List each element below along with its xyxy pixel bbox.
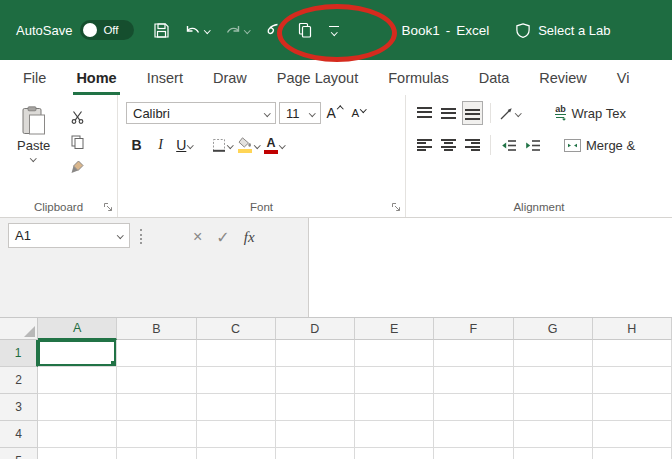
top-align-button[interactable] bbox=[414, 101, 435, 125]
column-header-c[interactable]: C bbox=[197, 318, 276, 340]
middle-align-button[interactable] bbox=[438, 101, 459, 125]
copy-button[interactable] bbox=[67, 133, 87, 150]
cell[interactable] bbox=[276, 448, 355, 459]
tab-review[interactable]: Review bbox=[524, 60, 602, 95]
column-header-g[interactable]: G bbox=[514, 318, 593, 340]
cell[interactable] bbox=[434, 340, 513, 367]
row-header-4[interactable]: 4 bbox=[0, 421, 38, 448]
cell[interactable] bbox=[38, 394, 117, 421]
cell-a1[interactable] bbox=[38, 340, 117, 367]
cell[interactable] bbox=[514, 448, 593, 459]
align-center-button[interactable] bbox=[438, 133, 459, 157]
wrap-text-button[interactable]: ab Wrap Tex bbox=[551, 101, 630, 125]
save-button[interactable] bbox=[146, 13, 177, 47]
tab-data[interactable]: Data bbox=[464, 60, 525, 95]
cut-button[interactable] bbox=[67, 108, 87, 125]
decrease-font-size-button[interactable]: A bbox=[348, 101, 369, 125]
column-header-f[interactable]: F bbox=[434, 318, 513, 340]
cancel-button[interactable]: × bbox=[192, 225, 203, 249]
cell[interactable] bbox=[197, 448, 276, 459]
tab-insert[interactable]: Insert bbox=[132, 60, 198, 95]
cell[interactable] bbox=[355, 421, 434, 448]
cell[interactable] bbox=[117, 394, 196, 421]
row-header-3[interactable]: 3 bbox=[0, 394, 38, 421]
autosave-toggle[interactable]: Off bbox=[80, 20, 134, 40]
increase-indent-button[interactable] bbox=[522, 133, 543, 157]
row-header-1[interactable]: 1 bbox=[0, 340, 38, 367]
insert-function-button[interactable]: fx bbox=[243, 225, 256, 249]
undo-dropdown-icon[interactable] bbox=[204, 27, 210, 33]
column-header-e[interactable]: E bbox=[355, 318, 434, 340]
tab-draw[interactable]: Draw bbox=[198, 60, 262, 95]
tab-file[interactable]: File bbox=[8, 60, 61, 95]
formula-input[interactable] bbox=[308, 218, 672, 317]
column-header-b[interactable]: B bbox=[117, 318, 196, 340]
italic-button[interactable]: I bbox=[150, 133, 171, 157]
column-header-d[interactable]: D bbox=[276, 318, 355, 340]
column-header-a[interactable]: A bbox=[38, 318, 117, 340]
row-header-5[interactable]: 5 bbox=[0, 448, 38, 459]
cell[interactable] bbox=[38, 448, 117, 459]
column-header-h[interactable]: H bbox=[593, 318, 672, 340]
cell[interactable] bbox=[276, 394, 355, 421]
cell[interactable] bbox=[197, 394, 276, 421]
cell[interactable] bbox=[434, 394, 513, 421]
select-all-button[interactable] bbox=[0, 318, 38, 340]
copy-button-qat[interactable] bbox=[289, 13, 320, 47]
cell[interactable] bbox=[514, 367, 593, 394]
cell[interactable] bbox=[197, 367, 276, 394]
tab-formulas[interactable]: Formulas bbox=[373, 60, 463, 95]
cell[interactable] bbox=[117, 448, 196, 459]
bold-button[interactable]: B bbox=[126, 133, 147, 157]
cell[interactable] bbox=[355, 340, 434, 367]
cell[interactable] bbox=[117, 340, 196, 367]
undo-button[interactable] bbox=[178, 13, 217, 47]
cell[interactable] bbox=[514, 340, 593, 367]
underline-button[interactable]: U bbox=[174, 133, 195, 157]
cell[interactable] bbox=[38, 367, 117, 394]
cell[interactable] bbox=[593, 421, 672, 448]
cell[interactable] bbox=[197, 421, 276, 448]
paste-button[interactable]: Paste bbox=[8, 103, 59, 175]
cell[interactable] bbox=[117, 367, 196, 394]
font-color-button[interactable]: A bbox=[263, 133, 286, 157]
customize-qat-button[interactable] bbox=[321, 25, 347, 36]
redo-button[interactable] bbox=[218, 13, 257, 47]
cell[interactable] bbox=[355, 367, 434, 394]
cell[interactable] bbox=[593, 367, 672, 394]
cell[interactable] bbox=[434, 421, 513, 448]
tab-view[interactable]: Vi bbox=[602, 60, 645, 95]
cell[interactable] bbox=[276, 421, 355, 448]
cell[interactable] bbox=[276, 367, 355, 394]
format-painter-button[interactable] bbox=[67, 158, 87, 175]
cell[interactable] bbox=[434, 367, 513, 394]
enter-button[interactable]: ✓ bbox=[215, 225, 230, 249]
font-size-select[interactable]: 11 bbox=[279, 102, 321, 124]
bottom-align-button[interactable] bbox=[462, 101, 483, 125]
cell[interactable] bbox=[514, 394, 593, 421]
tab-home[interactable]: Home bbox=[61, 60, 131, 95]
paste-dropdown-icon[interactable] bbox=[30, 155, 36, 161]
sensitivity-label-button[interactable]: Select a Lab bbox=[515, 22, 672, 39]
orientation-button[interactable] bbox=[498, 101, 522, 125]
cell[interactable] bbox=[514, 421, 593, 448]
clipboard-dialog-launcher[interactable] bbox=[103, 202, 113, 212]
tab-page-layout[interactable]: Page Layout bbox=[262, 60, 373, 95]
cell[interactable] bbox=[434, 448, 513, 459]
borders-button[interactable] bbox=[211, 133, 234, 157]
font-dialog-launcher[interactable] bbox=[391, 202, 401, 212]
name-box-dropdown[interactable] bbox=[111, 233, 129, 238]
cell[interactable] bbox=[593, 448, 672, 459]
cell[interactable] bbox=[593, 394, 672, 421]
cell[interactable] bbox=[355, 448, 434, 459]
ink-tool-button[interactable] bbox=[257, 13, 288, 47]
redo-dropdown-icon[interactable] bbox=[244, 27, 250, 33]
cell[interactable] bbox=[38, 421, 117, 448]
align-left-button[interactable] bbox=[414, 133, 435, 157]
row-header-2[interactable]: 2 bbox=[0, 367, 38, 394]
cell[interactable] bbox=[276, 340, 355, 367]
name-box[interactable]: A1 bbox=[8, 223, 130, 248]
font-name-select[interactable]: Calibri bbox=[126, 102, 276, 124]
formula-bar-splitter[interactable] bbox=[140, 229, 142, 244]
cell[interactable] bbox=[117, 421, 196, 448]
